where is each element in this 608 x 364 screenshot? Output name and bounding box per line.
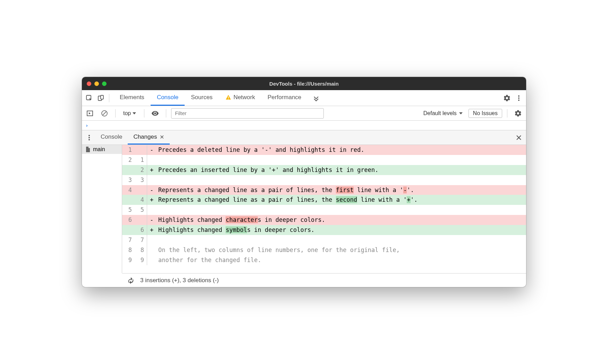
diff-row: 1-Precedes a deleted line by a '-' and h… (122, 145, 526, 155)
maximize-window-button[interactable] (102, 81, 107, 86)
diff-code (156, 175, 526, 185)
line-number-new (135, 145, 147, 155)
drawer-tab-console[interactable]: Console (95, 130, 128, 145)
diff-row: 4+Represents a changed line as a pair of… (122, 195, 526, 205)
divider (109, 94, 109, 102)
svg-point-7 (518, 99, 520, 101)
context-selector[interactable]: top (120, 110, 139, 117)
more-tabs-icon[interactable] (310, 92, 322, 104)
line-number-old (122, 195, 135, 205)
line-number-new (135, 215, 147, 225)
svg-rect-3 (228, 96, 229, 98)
svg-rect-2 (101, 95, 103, 99)
diff-marker (147, 205, 156, 215)
tab-network[interactable]: Network (219, 90, 261, 106)
diff-code: another for the changed file. (156, 255, 526, 265)
tab-sources[interactable]: Sources (185, 90, 219, 106)
diff-code: On the left, two columns of line numbers… (156, 245, 526, 255)
kebab-menu-icon[interactable] (513, 92, 525, 104)
diff-code: Highlights changed characters in deeper … (156, 215, 526, 225)
diff-marker: + (147, 225, 156, 235)
chevron-down-icon (459, 111, 463, 115)
tab-label: Elements (120, 94, 144, 101)
warning-icon (225, 94, 231, 101)
console-settings-icon[interactable] (512, 107, 524, 119)
line-number-new: 7 (135, 235, 147, 245)
divider (115, 109, 116, 118)
diff-row: 6+Highlights changed symbols in deeper c… (122, 225, 526, 235)
settings-icon[interactable] (501, 92, 513, 104)
console-toolbar: top Default levels No Issues (82, 106, 526, 121)
diff-marker: + (147, 165, 156, 175)
diff-marker (147, 245, 156, 255)
line-number-old: 2 (122, 155, 135, 165)
svg-rect-4 (228, 98, 229, 99)
diff-code: Precedes a deleted line by a '-' and hig… (156, 145, 526, 155)
tab-console[interactable]: Console (151, 90, 185, 106)
line-number-old: 7 (122, 235, 135, 245)
changes-panel: main 1-Precedes a deleted line by a '-' … (82, 145, 526, 273)
diff-code (156, 155, 526, 165)
close-window-button[interactable] (87, 81, 91, 86)
close-drawer-icon[interactable] (513, 132, 525, 144)
close-tab-icon[interactable]: ✕ (160, 134, 164, 140)
divider (144, 109, 144, 118)
prompt-caret-icon: › (85, 123, 88, 128)
line-number-new: 6 (135, 225, 147, 235)
line-number-old (122, 225, 135, 235)
file-name: main (93, 146, 105, 153)
issues-button[interactable]: No Issues (468, 109, 502, 118)
filter-input[interactable] (171, 108, 324, 119)
changes-status-bar: 3 insertions (+), 3 deletions (-) (122, 273, 526, 287)
svg-point-11 (88, 135, 90, 136)
line-number-old: 9 (122, 255, 135, 265)
device-toolbar-icon[interactable] (95, 92, 107, 104)
diff-code: Highlights changed symbols in deeper col… (156, 225, 526, 235)
line-number-new: 9 (135, 255, 147, 265)
line-number-old: 4 (122, 185, 135, 195)
svg-point-6 (518, 97, 520, 99)
svg-point-5 (518, 95, 520, 97)
context-label: top (123, 110, 131, 116)
clear-console-icon[interactable] (99, 107, 110, 119)
svg-point-12 (88, 137, 90, 138)
titlebar: DevTools - file:///Users/main (82, 77, 526, 90)
drawer-tab-changes[interactable]: Changes ✕ (128, 130, 170, 145)
diff-code (156, 235, 526, 245)
divider (507, 109, 507, 118)
revert-icon[interactable] (127, 275, 135, 286)
svg-line-10 (103, 112, 106, 115)
traffic-lights (87, 81, 107, 86)
diff-view[interactable]: 1-Precedes a deleted line by a '-' and h… (122, 145, 526, 273)
tab-performance[interactable]: Performance (261, 90, 307, 106)
divider (166, 109, 166, 118)
diff-row: 2+Precedes an inserted line by a '+' and… (122, 165, 526, 175)
live-expression-icon[interactable] (149, 107, 161, 119)
log-levels-selector[interactable]: Default levels (421, 110, 466, 116)
diff-marker: - (147, 185, 156, 195)
chevron-down-icon (132, 111, 136, 115)
drawer-tab-label: Changes (133, 133, 157, 140)
diff-row: 21 (122, 155, 526, 165)
diff-row: 6-Highlights changed characters in deepe… (122, 215, 526, 225)
minimize-window-button[interactable] (94, 81, 99, 86)
console-prompt[interactable]: › (82, 121, 526, 130)
line-number-old: 5 (122, 205, 135, 215)
diff-marker (147, 235, 156, 245)
tab-elements[interactable]: Elements (113, 90, 151, 106)
line-number-new: 2 (135, 165, 147, 175)
diff-row: 55 (122, 205, 526, 215)
file-item-main[interactable]: main (82, 145, 122, 154)
line-number-new (135, 185, 147, 195)
status-summary: 3 insertions (+), 3 deletions (-) (140, 277, 219, 284)
toggle-sidebar-icon[interactable] (84, 107, 96, 119)
diff-code (156, 205, 526, 215)
line-number-new: 4 (135, 195, 147, 205)
line-number-old: 8 (122, 245, 135, 255)
line-number-new: 5 (135, 205, 147, 215)
drawer-menu-icon[interactable] (83, 132, 95, 144)
inspect-element-icon[interactable] (83, 92, 95, 104)
diff-row: 33 (122, 175, 526, 185)
tab-label: Sources (191, 94, 212, 101)
file-icon (85, 146, 91, 153)
